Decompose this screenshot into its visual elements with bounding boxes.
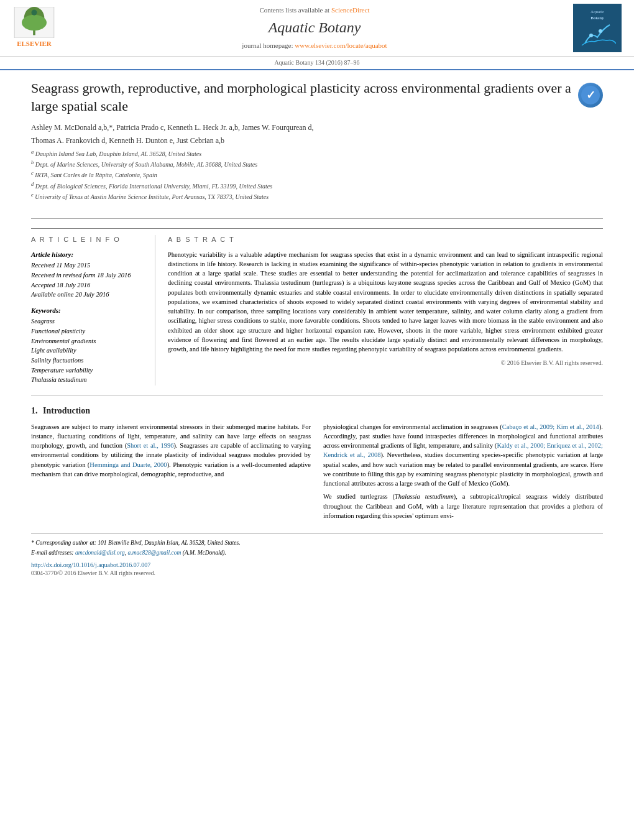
authors-text-1: Ashley M. McDonald a,b,*, Patricia Prado…	[31, 123, 314, 132]
email-note: E-mail addresses: amcdonald@disl.org, a.…	[31, 549, 603, 557]
svg-point-4	[31, 10, 37, 16]
keywords-section: Keywords: Seagrass Functional plasticity…	[31, 306, 145, 385]
authors-text-2: Thomas A. Frankovich d, Kenneth H. Dunto…	[31, 136, 224, 145]
received-date: Received 11 May 2015	[31, 261, 145, 270]
homepage-url[interactable]: www.elsevier.com/locate/aquabot	[295, 42, 387, 49]
journal-info-bar: Aquatic Botany 134 (2016) 87–96	[0, 57, 634, 70]
authors-line-1: Ashley M. McDonald a,b,*, Patricia Prado…	[31, 122, 572, 133]
intro-left-text: Seagrasses are subject to many inherent …	[31, 422, 311, 479]
article-history: Article history: Received 11 May 2015 Re…	[31, 250, 145, 300]
article-columns: A R T I C L E I N F O Article history: R…	[31, 228, 603, 385]
affiliation-d: d Dept. of Biological Sciences, Florida …	[31, 181, 572, 191]
intro-right-text-1: physiological changes for environmental …	[323, 422, 603, 489]
main-content: Seagrass growth, reproductive, and morph…	[0, 70, 634, 590]
affiliations-block: a Dauphin Island Sea Lab, Dauphin Island…	[31, 149, 572, 202]
homepage-label: journal homepage:	[242, 42, 293, 49]
cite-short-1996[interactable]: Short et al., 1996	[127, 442, 173, 449]
affiliation-e: e University of Texas at Austin Marine S…	[31, 192, 572, 201]
affiliation-c: c IRTA, Sant Carles de la Ràpita, Catalo…	[31, 170, 572, 180]
keyword-7: Thalassia testudinum	[31, 376, 145, 385]
cite-hemminga-2000[interactable]: Hemminga and Duarte, 2000	[90, 461, 167, 468]
keyword-5: Salinity fluctuations	[31, 356, 145, 366]
keywords-heading: Keywords:	[31, 306, 145, 315]
article-info-heading: A R T I C L E I N F O	[31, 235, 145, 244]
issn-line: 0304-3770/© 2016 Elsevier B.V. All right…	[31, 570, 603, 578]
received-revised-date: Received in revised form 18 July 2016	[31, 271, 145, 280]
email-note-text: (A.M. McDonald).	[183, 550, 226, 556]
svg-point-5	[589, 34, 593, 37]
svg-point-6	[599, 29, 602, 33]
email-link-1[interactable]: amcdonald@disl.org	[75, 550, 125, 556]
history-title: Article history:	[31, 250, 145, 259]
top-bar: ELSEVIER Contents lists available at Sci…	[0, 0, 634, 57]
intro-left-col: Seagrasses are subject to many inherent …	[31, 422, 311, 524]
keyword-6: Temperature variability	[31, 366, 145, 376]
homepage-line: journal homepage: www.elsevier.com/locat…	[56, 41, 573, 50]
svg-text:✓: ✓	[586, 89, 595, 101]
aquatic-botany-logo: Aquatic Botany	[573, 4, 622, 52]
affiliation-b: b Dept. of Marine Sciences, University o…	[31, 159, 572, 169]
footnotes-section: * Corresponding author at: 101 Bienville…	[31, 533, 603, 578]
title-text-area: Seagrass growth, reproductive, and morph…	[31, 80, 572, 209]
abstract-paragraph: Phenotypic variability is a valuable ada…	[168, 250, 603, 354]
keyword-4: Light availability	[31, 346, 145, 356]
doi-link[interactable]: http://dx.doi.org/10.1016/j.aquabot.2016…	[31, 561, 150, 568]
email-label: E-mail addresses:	[31, 550, 74, 556]
intro-section-title: 1. Introduction	[31, 405, 603, 417]
keyword-1: Seagrass	[31, 317, 145, 326]
email-link-2[interactable]: a.mac828@gmail.com	[128, 550, 181, 556]
intro-section-title-text: Introduction	[43, 406, 90, 415]
affiliation-a: a Dauphin Island Sea Lab, Dauphin Island…	[31, 149, 572, 159]
doi-line: http://dx.doi.org/10.1016/j.aquabot.2016…	[31, 561, 603, 570]
journal-title: Aquatic Botany	[56, 17, 573, 39]
keyword-2: Functional plasticity	[31, 327, 145, 336]
intro-body-columns: Seagrasses are subject to many inherent …	[31, 422, 603, 524]
intro-right-text-2: We studied turtlegrass (Thalassia testud…	[323, 492, 603, 520]
cite-kaldy-2000[interactable]: Kaldy et al., 2000; Enriquez et al., 200…	[323, 442, 603, 458]
sciencedirect-link[interactable]: ScienceDirect	[331, 6, 370, 14]
title-section: Seagrass growth, reproductive, and morph…	[31, 80, 603, 219]
journal-header-center: Contents lists available at ScienceDirec…	[56, 6, 573, 50]
article-info-column: A R T I C L E I N F O Article history: R…	[31, 235, 155, 385]
available-date: Available online 20 July 2016	[31, 290, 145, 300]
contents-text: Contents lists available at	[259, 6, 329, 14]
abstract-heading: A B S T R A C T	[168, 235, 603, 244]
abstract-column: A B S T R A C T Phenotypic variability i…	[168, 235, 603, 385]
svg-point-3	[22, 15, 47, 30]
intro-right-col: physiological changes for environmental …	[323, 422, 603, 524]
keyword-3: Environmental gradients	[31, 337, 145, 346]
intro-section-number: 1.	[31, 406, 38, 415]
corresponding-author-text: * Corresponding author at: 101 Bienville…	[31, 540, 241, 546]
elsevier-wordmark: ELSEVIER	[17, 39, 52, 48]
article-title: Seagrass growth, reproductive, and morph…	[31, 80, 572, 115]
accepted-date: Accepted 18 July 2016	[31, 281, 145, 290]
elsevier-logo: ELSEVIER	[12, 7, 56, 48]
crossmark-logo[interactable]: ✓	[578, 83, 603, 108]
journal-volume-info: Aquatic Botany 134 (2016) 87–96	[274, 59, 359, 66]
contents-available-line: Contents lists available at ScienceDirec…	[56, 6, 573, 15]
copyright-line: © 2016 Elsevier B.V. All rights reserved…	[168, 359, 603, 367]
corresponding-author-note: * Corresponding author at: 101 Bienville…	[31, 539, 603, 547]
section-divider	[31, 395, 603, 395]
authors-line-2: Thomas A. Frankovich d, Kenneth H. Dunto…	[31, 136, 572, 146]
cite-cabaco-2009[interactable]: Cabaço et al., 2009; Kim et al., 2014	[502, 423, 599, 430]
introduction-section: 1. Introduction Seagrasses are subject t…	[31, 405, 603, 524]
abstract-text: Phenotypic variability is a valuable ada…	[168, 250, 603, 354]
